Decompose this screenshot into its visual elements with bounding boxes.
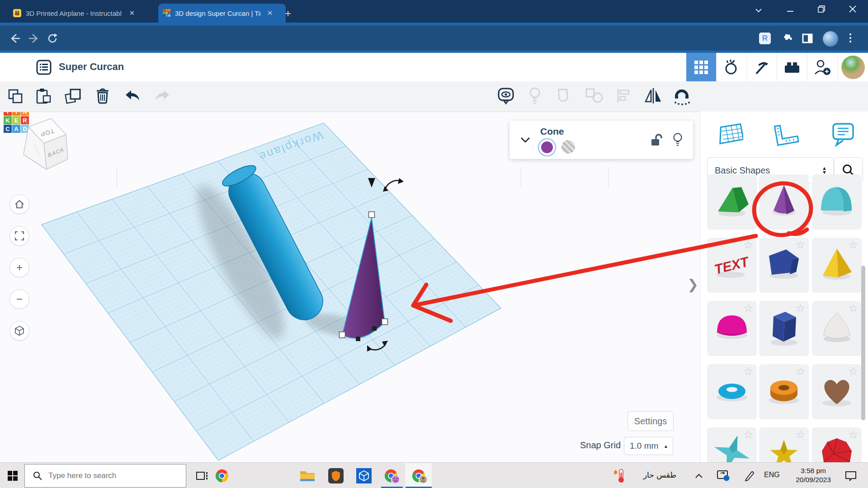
color-swatch-solid[interactable]	[538, 138, 556, 156]
action-center-icon[interactable]	[843, 468, 859, 484]
taskbar-clock[interactable]: 3:58 pm 20/09/2023	[788, 466, 838, 484]
dark-app-icon[interactable]	[328, 468, 344, 484]
shape-torus[interactable]: ☆	[707, 364, 757, 419]
start-button[interactable]	[5, 468, 21, 484]
magnet-workplane-icon[interactable]	[672, 86, 693, 105]
favorite-star-icon[interactable]: ☆	[743, 365, 753, 378]
minecraft-pickaxe-button[interactable]	[746, 53, 777, 81]
favorite-star-icon[interactable]: ☆	[795, 428, 805, 441]
shape-hex-prism[interactable]: ☆	[759, 301, 809, 356]
chrome-taskbar-icon[interactable]	[214, 468, 230, 484]
tray-chevron-icon[interactable]	[691, 468, 707, 484]
delete-trash-icon[interactable]	[94, 87, 111, 105]
reload-button[interactable]	[47, 33, 58, 44]
scale-handle-left[interactable]	[340, 332, 345, 338]
paste-icon[interactable]	[35, 88, 52, 105]
home-view-button[interactable]	[9, 194, 29, 214]
shape-half-sphere[interactable]: ☆	[707, 301, 757, 356]
browser-tab-1[interactable]: 3D Printed Airplane - Instructabl ✕	[8, 4, 163, 23]
shape-text[interactable]: TEXT ☆	[707, 238, 757, 293]
favorite-star-icon[interactable]: ☆	[743, 239, 753, 251]
mirror-flip-icon[interactable]	[644, 87, 663, 104]
weather-thermometer-icon[interactable]	[611, 468, 627, 484]
taskbar-search[interactable]	[24, 464, 186, 488]
hide-lightbulb-icon[interactable]	[672, 132, 683, 147]
search-input[interactable]	[47, 471, 176, 481]
design-title[interactable]: Super Curcan	[59, 61, 124, 73]
forward-button[interactable]	[28, 33, 40, 44]
shape-pyramid[interactable]: ☆	[812, 238, 862, 293]
new-tab-button[interactable]: +	[285, 7, 291, 20]
favorite-star-icon[interactable]: ☆	[848, 365, 858, 378]
panel-collapse-chevron[interactable]: ❯	[687, 277, 698, 292]
windows-ink-pen-icon[interactable]	[741, 468, 758, 484]
window-close-button[interactable]	[848, 5, 857, 14]
zoom-out-button[interactable]: −	[9, 289, 29, 309]
fit-view-button[interactable]	[9, 226, 29, 246]
side-panel-icon[interactable]	[802, 33, 813, 43]
unlock-icon[interactable]	[651, 133, 663, 147]
chrome-profile1-icon[interactable]	[383, 468, 399, 484]
shape-polygon[interactable]: ☆	[759, 238, 809, 293]
duplicate-icon[interactable]	[64, 88, 82, 105]
browser-tab-2-active[interactable]: 3D design Super Curcan | Tinker ✕	[158, 4, 286, 23]
shape-roof[interactable]	[707, 174, 757, 230]
panel-scrollbar[interactable]	[861, 266, 865, 420]
shape-tube[interactable]: ☆	[759, 364, 809, 419]
shape-paraboloid[interactable]: ☆	[812, 301, 862, 356]
dashboard-grid-button[interactable]	[686, 53, 716, 81]
favorite-star-icon[interactable]: ☆	[795, 365, 805, 378]
language-indicator[interactable]: ENG	[764, 471, 780, 479]
workplane-tool-icon[interactable]	[715, 122, 743, 147]
snap-grid-select[interactable]: 1.0 mm ▲	[624, 437, 673, 455]
weather-text[interactable]: طقس حار	[631, 470, 676, 479]
notes-tool-icon[interactable]	[830, 122, 856, 147]
favorite-star-icon[interactable]: ☆	[848, 428, 858, 441]
zoom-in-button[interactable]: +	[9, 258, 29, 277]
3d-viewport[interactable]: Workplane	[0, 112, 700, 462]
profile-avatar[interactable]	[823, 31, 838, 47]
tab-close-icon[interactable]: ✕	[127, 9, 137, 17]
sync-display-icon[interactable]	[715, 468, 731, 484]
window-minimize-button[interactable]	[786, 7, 795, 14]
lego-brick-button[interactable]	[777, 53, 807, 81]
scale-handle-right[interactable]	[382, 319, 388, 325]
shape-heart[interactable]: ☆	[812, 364, 862, 419]
copy-icon[interactable]	[7, 88, 24, 104]
tab-search-chevron-icon[interactable]	[754, 7, 763, 14]
scale-handle-apex[interactable]	[369, 212, 375, 218]
favorite-star-icon[interactable]: ☆	[743, 428, 753, 441]
ruler-tool-icon[interactable]	[772, 123, 800, 146]
sim-lab-button[interactable]	[716, 53, 746, 81]
edge-handle-1[interactable]	[356, 337, 360, 341]
file-explorer-icon[interactable]	[299, 468, 316, 484]
collapse-chevron-icon[interactable]	[520, 137, 530, 143]
settings-button[interactable]: Settings	[627, 411, 674, 431]
rotate-arrow-top-icon[interactable]	[385, 180, 401, 189]
extension-r-icon[interactable]: R	[759, 33, 771, 44]
perspective-toggle-button[interactable]	[9, 321, 29, 341]
design-menu-icon[interactable]	[36, 60, 52, 75]
favorite-star-icon[interactable]: ☆	[848, 239, 858, 251]
favorite-star-icon[interactable]: ☆	[795, 239, 805, 251]
share-invite-button[interactable]	[807, 53, 837, 81]
favorite-star-icon[interactable]: ☆	[795, 302, 805, 314]
shape-cone[interactable]	[759, 174, 809, 230]
task-view-button[interactable]	[194, 468, 210, 484]
favorite-star-icon[interactable]: ☆	[848, 302, 858, 314]
color-swatch-transparent[interactable]	[561, 140, 575, 154]
view-cube[interactable]: TOP BACK LEFT	[24, 118, 68, 169]
show-all-icon[interactable]	[497, 87, 515, 105]
favorite-star-icon[interactable]: ☆	[743, 302, 753, 314]
redo-icon[interactable]	[154, 89, 171, 103]
undo-icon[interactable]	[124, 89, 141, 103]
account-avatar[interactable]	[837, 53, 868, 81]
chrome-profile2-icon-active[interactable]	[410, 468, 427, 484]
edge-handle-2[interactable]	[372, 326, 377, 331]
3d-viewer-icon[interactable]	[356, 468, 372, 484]
extensions-puzzle-icon[interactable]	[782, 33, 793, 44]
browser-menu-icon[interactable]	[848, 32, 853, 44]
shape-round-roof[interactable]	[812, 174, 862, 230]
window-restore-button[interactable]	[816, 5, 826, 14]
tab-close-icon[interactable]: ✕	[265, 9, 275, 17]
